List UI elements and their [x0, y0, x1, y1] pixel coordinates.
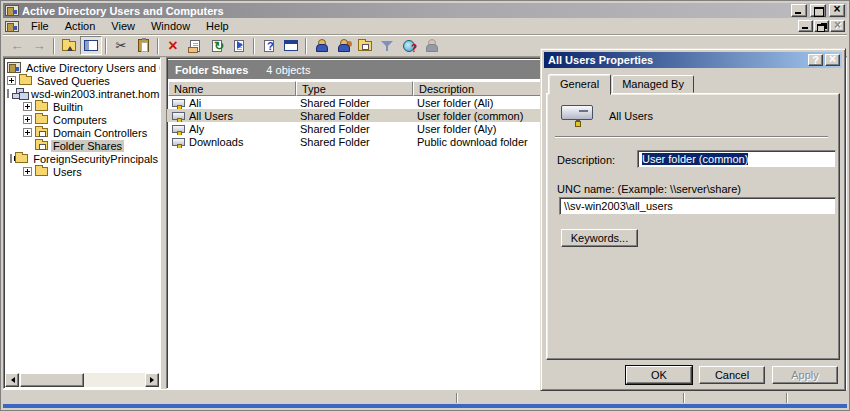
refresh-icon — [212, 40, 222, 52]
new-user-button[interactable] — [310, 36, 332, 55]
tree-item-builtin[interactable]: Builtin — [7, 100, 160, 113]
disabled-action-button[interactable] — [420, 36, 442, 55]
cut-icon — [116, 38, 127, 53]
properties-dialog: All Users Properties General Managed By … — [540, 48, 846, 391]
refresh-button[interactable] — [206, 36, 228, 55]
filter-icon — [381, 40, 394, 52]
find-icon — [403, 40, 415, 52]
scroll-left-button[interactable] — [5, 373, 19, 387]
maximize-button[interactable] — [810, 4, 826, 17]
menu-file[interactable]: File — [23, 18, 57, 34]
up-one-level-icon — [62, 41, 76, 51]
cancel-button[interactable]: Cancel — [699, 366, 765, 384]
tab-general[interactable]: General — [548, 74, 611, 95]
show-hide-console-tree-button[interactable] — [80, 36, 102, 55]
context-help-button[interactable] — [808, 54, 823, 66]
disabled-action-icon — [425, 39, 437, 52]
delete-icon — [168, 38, 177, 54]
app-icon — [5, 5, 19, 16]
folder-icon — [35, 167, 48, 176]
child-restore-button[interactable] — [814, 20, 829, 32]
shared-folder-icon — [172, 125, 185, 133]
ou-folder-icon — [35, 128, 48, 137]
tree-item-foreign-security-principals[interactable]: ForeignSecurityPrincipals — [7, 152, 160, 165]
dialog-buttons: OK Cancel Apply — [544, 360, 842, 387]
object-name: All Users — [609, 110, 653, 122]
keywords-button[interactable]: Keywords... — [561, 229, 638, 247]
help-button[interactable] — [258, 36, 280, 55]
tree-item-users[interactable]: Users — [7, 165, 160, 178]
new-window-button[interactable] — [280, 36, 302, 55]
window-titlebar[interactable]: Active Directory Users and Computers — [3, 3, 847, 18]
description-field[interactable]: User folder (common) — [637, 150, 836, 168]
shared-folder-icon — [172, 138, 185, 146]
apply-button[interactable]: Apply — [772, 366, 838, 384]
child-minimize-button[interactable] — [798, 20, 813, 32]
ok-button[interactable]: OK — [626, 366, 692, 384]
paste-button[interactable] — [132, 36, 154, 55]
minimize-button[interactable] — [791, 4, 807, 17]
expand-icon[interactable] — [23, 102, 32, 111]
expand-icon[interactable] — [7, 76, 16, 85]
tree-item-folder-shares[interactable]: Folder Shares — [7, 139, 160, 152]
dialog-tabs: General Managed By — [546, 74, 840, 93]
properties-button[interactable] — [184, 36, 206, 55]
description-label: Description: — [557, 154, 615, 166]
expand-icon[interactable] — [23, 167, 32, 176]
menu-action[interactable]: Action — [57, 18, 104, 34]
banner-object-count: 4 objects — [266, 64, 310, 76]
menu-window[interactable]: Window — [143, 18, 198, 34]
scrollbar-thumb[interactable] — [20, 373, 84, 387]
forward-icon: → — [33, 39, 46, 52]
properties-icon — [190, 40, 200, 52]
tree-item-domain-controllers[interactable]: Domain Controllers — [7, 126, 160, 139]
tab-managed-by[interactable]: Managed By — [612, 75, 694, 93]
unc-name-field[interactable] — [559, 197, 836, 215]
close-button[interactable] — [829, 4, 845, 17]
ou-folder-icon — [35, 141, 48, 150]
scroll-right-button[interactable] — [145, 373, 159, 387]
tree-item-computers[interactable]: Computers — [7, 113, 160, 126]
back-button[interactable]: ← — [6, 36, 28, 55]
new-group-button[interactable] — [332, 36, 354, 55]
expand-icon[interactable] — [23, 128, 32, 137]
new-user-icon — [315, 39, 327, 52]
tree-item-saved-queries[interactable]: Saved Queries — [7, 74, 160, 87]
child-close-button[interactable] — [830, 20, 845, 32]
tree-item-domain[interactable]: wsd-win2003.intranet.home — [7, 87, 160, 100]
dialog-close-button[interactable] — [825, 54, 840, 66]
delete-button[interactable] — [162, 36, 184, 55]
tree-horizontal-scrollbar[interactable] — [5, 373, 159, 387]
toolbar-separator — [253, 38, 255, 54]
new-window-icon — [284, 40, 298, 51]
forward-button[interactable]: → — [28, 36, 50, 55]
toolbar-separator — [53, 38, 55, 54]
new-group-icon — [337, 39, 349, 52]
up-one-level-button[interactable] — [58, 36, 80, 55]
expand-icon[interactable] — [23, 115, 32, 124]
menu-help[interactable]: Help — [198, 18, 237, 34]
filter-button[interactable] — [376, 36, 398, 55]
menu-bar: File Action View Window Help — [3, 18, 847, 35]
help-icon — [264, 40, 274, 52]
dialog-titlebar[interactable]: All Users Properties — [544, 52, 842, 68]
export-list-icon — [234, 40, 244, 52]
menu-view[interactable]: View — [103, 18, 143, 34]
status-divider — [456, 393, 458, 403]
console-window-icon[interactable] — [5, 21, 19, 32]
right-arrow-icon — [150, 377, 157, 383]
selected-text: User folder (common) — [642, 153, 748, 165]
find-button[interactable] — [398, 36, 420, 55]
column-header-type[interactable]: Type — [296, 81, 413, 96]
expand-icon[interactable] — [10, 154, 12, 163]
new-ou-button[interactable] — [354, 36, 376, 55]
window-title: Active Directory Users and Computers — [22, 5, 788, 17]
toolbar-separator — [105, 38, 107, 54]
tree-item-root[interactable]: Active Directory Users and Computers — [7, 61, 160, 74]
column-header-name[interactable]: Name — [168, 81, 296, 96]
cut-button[interactable] — [110, 36, 132, 55]
collapse-icon[interactable] — [7, 89, 9, 98]
toolbar-separator — [157, 38, 159, 54]
export-list-button[interactable] — [228, 36, 250, 55]
folder-icon — [15, 154, 28, 163]
